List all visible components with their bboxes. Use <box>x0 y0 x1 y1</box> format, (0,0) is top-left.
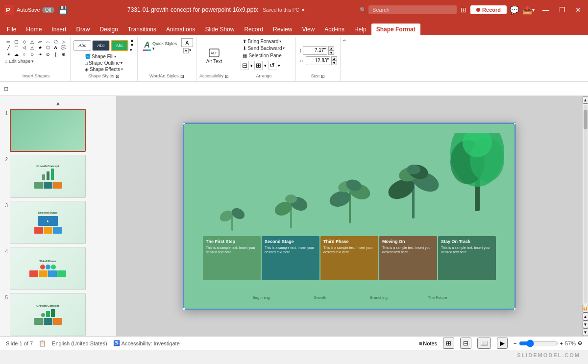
group-icon[interactable]: ⊞ <box>254 61 263 70</box>
filter-icon[interactable]: ⊟ <box>4 86 8 92</box>
slide-item-1[interactable]: 1 <box>2 109 114 152</box>
shape-rect[interactable]: ▭ <box>5 39 12 45</box>
align-icon[interactable]: ⊟ <box>241 61 249 70</box>
slideshow-btn[interactable]: ▶ <box>497 338 508 349</box>
shape-circle[interactable]: ○ <box>21 52 28 57</box>
slide-thumb-5[interactable]: Growth Concept <box>10 293 86 336</box>
shape-text[interactable]: A <box>52 45 59 51</box>
zoom-slider[interactable] <box>519 340 558 347</box>
width-up[interactable]: ▲ <box>331 56 337 61</box>
normal-view-btn[interactable]: ⊞ <box>443 338 454 349</box>
slide-item-5[interactable]: 5 Growth Concept <box>2 293 114 336</box>
fit-slide-btn[interactable]: ⊕ <box>578 340 582 346</box>
scroll-thumb[interactable] <box>584 110 588 129</box>
align-caret[interactable]: ▾ <box>250 63 253 68</box>
width-down[interactable]: ▼ <box>331 61 337 65</box>
tab-draw[interactable]: Draw <box>71 24 95 35</box>
tab-slideshow[interactable]: Slide Show <box>200 24 239 35</box>
ribbon-icon[interactable]: ⊞ <box>461 6 466 14</box>
shape-outline-button[interactable]: □ Shape Outline ▾ <box>83 60 125 66</box>
tab-animations[interactable]: Animations <box>161 24 200 35</box>
scroll-prev-btn[interactable]: ▲ <box>583 313 588 320</box>
shape-round-rect[interactable]: ▢ <box>13 39 20 45</box>
rotate-icon[interactable]: ↺ <box>268 61 276 70</box>
slide-item-4[interactable]: 4 Third Phase <box>2 247 114 290</box>
record-button[interactable]: Record <box>470 5 507 14</box>
size-expand-icon[interactable]: ⊡ <box>321 74 325 79</box>
comments-icon[interactable]: 💬 <box>510 5 519 15</box>
width-input[interactable]: 12.83" <box>306 56 330 65</box>
shape-bracket[interactable]: { <box>52 52 59 57</box>
shape-trapezoid[interactable]: ⌓ <box>44 39 51 45</box>
quick-styles-button[interactable]: A Quick Styles ▾ <box>141 39 179 52</box>
slide-thumb-2[interactable]: Growth Concept <box>10 155 86 198</box>
shape-parallelogram[interactable]: ▱ <box>36 39 44 45</box>
notes-toggle[interactable]: 📋 <box>39 340 46 347</box>
slide-item-2[interactable]: 2 Growth Concept <box>2 155 114 198</box>
tab-transitions[interactable]: Transitions <box>123 24 161 35</box>
share-icon[interactable]: 📤 <box>522 5 532 15</box>
style-swatch-dark[interactable]: Abc <box>92 40 110 51</box>
shape-smiley[interactable]: ☺ <box>28 52 36 57</box>
edit-shape-btn[interactable]: ⌂ Edit Shape ▾ <box>5 59 34 64</box>
shape-effects-button[interactable]: ◈ Shape Effects ▾ <box>83 66 125 73</box>
shape-decor1[interactable]: ❧ <box>36 52 44 57</box>
shape-triangle[interactable]: △ <box>28 39 36 45</box>
height-input[interactable]: 7.17" <box>303 46 327 55</box>
rotate-caret[interactable]: ▾ <box>278 63 280 68</box>
styles-expand[interactable]: ▾ <box>130 48 134 52</box>
bring-forward-button[interactable]: ⬆ Bring Forward ▾ <box>241 38 283 45</box>
group-caret[interactable]: ▾ <box>264 63 267 68</box>
height-up[interactable]: ▲ <box>328 46 334 50</box>
zoom-in-btn[interactable]: + <box>560 340 563 346</box>
shape-cloud[interactable]: ☁ <box>13 52 20 57</box>
autosave-toggle[interactable]: Off <box>42 7 54 13</box>
tab-help[interactable]: Help <box>349 24 371 35</box>
shape-arrow-left[interactable]: ◁ <box>21 45 28 51</box>
height-down[interactable]: ▼ <box>328 50 334 55</box>
shape-arc[interactable]: ⌒ <box>13 45 20 51</box>
tab-record[interactable]: Record <box>239 24 268 35</box>
restore-button[interactable]: ❐ <box>556 5 568 15</box>
style-swatch-green[interactable]: Abc <box>111 40 128 51</box>
shape-pentagon[interactable]: ⬠ <box>52 39 59 45</box>
slide-thumb-4[interactable]: Third Phase <box>10 247 86 290</box>
tab-insert[interactable]: Insert <box>47 24 71 35</box>
tab-shapeformat[interactable]: Shape Format <box>371 24 420 35</box>
tab-addins[interactable]: Add-ins <box>319 24 349 35</box>
scroll-end-btn[interactable]: ⏬ <box>583 305 588 313</box>
slide-thumb-1[interactable] <box>10 109 86 152</box>
slide-canvas[interactable]: The First Step This is a sample text. In… <box>183 122 516 310</box>
shape-diamond[interactable]: ◇ <box>21 39 28 45</box>
ribbon-collapse-btn[interactable]: ⌃ <box>342 38 347 46</box>
accessibility-expand-icon[interactable]: ⊡ <box>225 74 229 79</box>
shape-decor2[interactable]: ⊙ <box>44 52 51 57</box>
minimize-button[interactable]: — <box>539 5 552 15</box>
slide-sorter-btn[interactable]: ⊟ <box>460 338 471 349</box>
reading-view-btn[interactable]: 📖 <box>477 338 491 349</box>
slides-scroll-up[interactable]: ▲ <box>55 100 61 107</box>
shape-arrow-up[interactable]: △ <box>28 45 36 51</box>
shape-callout[interactable]: 💬 <box>60 45 67 51</box>
shape-star[interactable]: ★ <box>36 45 44 51</box>
slide-thumb-3[interactable]: Second Stage ▶ <box>10 201 86 244</box>
tab-view[interactable]: View <box>297 24 319 35</box>
tab-file[interactable]: File <box>2 24 21 35</box>
slide-item-3[interactable]: 3 Second Stage ▶ <box>2 201 114 244</box>
alt-text-button[interactable]: ALT Alt Text <box>204 46 225 66</box>
zoom-out-btn[interactable]: − <box>514 340 516 346</box>
styles-scroll-up[interactable]: ▲ <box>130 38 134 43</box>
styles-scroll-down[interactable]: ▼ <box>130 43 134 48</box>
scroll-up-btn[interactable]: ▲ <box>583 96 588 104</box>
selection-pane-button[interactable]: ▦ Selection Pane <box>241 52 283 59</box>
tab-design[interactable]: Design <box>95 24 122 35</box>
tab-review[interactable]: Review <box>268 24 297 35</box>
shape-arrow-right[interactable]: ▷ <box>60 39 67 45</box>
shape-misc[interactable]: ⊕ <box>60 52 67 57</box>
shape-fill-button[interactable]: 🪣 Shape Fill ▾ <box>83 53 125 60</box>
scroll-next-btn[interactable]: ▼ <box>583 320 588 328</box>
notes-button[interactable]: ≡ Notes <box>419 340 437 346</box>
shape-sun[interactable]: ☀ <box>5 52 12 57</box>
shape-styles-expand-icon[interactable]: ⊡ <box>116 74 120 79</box>
scroll-down-btn[interactable]: ▼ <box>583 328 588 336</box>
